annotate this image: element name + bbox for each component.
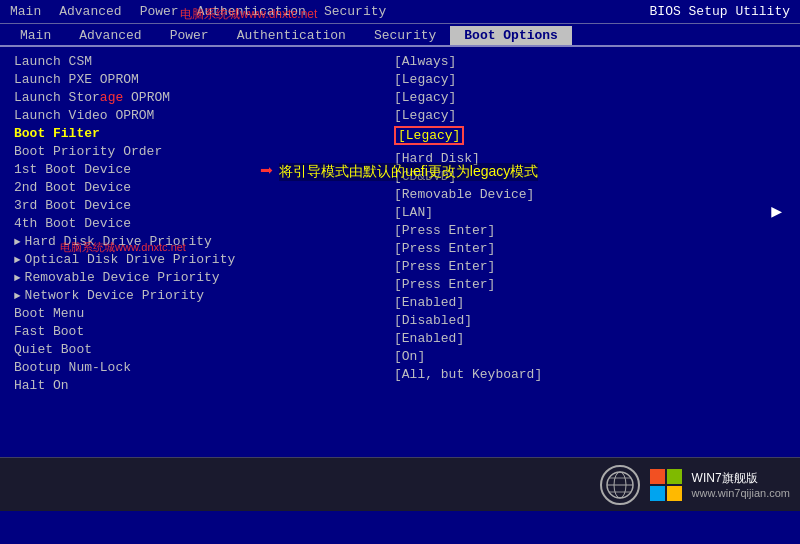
val-hdd-priority: [Press Enter]: [390, 222, 790, 239]
menu-security[interactable]: Security: [324, 4, 386, 19]
tab-bar: Main Advanced Power Authentication Secur…: [0, 24, 800, 47]
site-label: www.win7qijian.com: [692, 487, 790, 499]
val-launch-csm: [Always]: [390, 53, 790, 70]
val-4th-boot: [LAN]: [390, 204, 790, 221]
val-numlock: [On]: [390, 348, 790, 365]
val-network-priority: [Press Enter]: [390, 276, 790, 293]
entry-boot-menu[interactable]: Boot Menu: [10, 305, 380, 322]
tab-auth[interactable]: Authentication: [223, 26, 360, 45]
annotation-text: 将引导模式由默认的uefi更改为legacy模式: [279, 163, 538, 181]
menu-power[interactable]: Power: [140, 4, 179, 19]
tab-power[interactable]: Power: [156, 26, 223, 45]
svg-rect-5: [650, 469, 665, 484]
entry-launch-csm[interactable]: Launch CSM: [10, 53, 380, 70]
menu-bar: Main Advanced Power Authentication Secur…: [0, 0, 800, 24]
val-launch-storage: [Legacy]: [390, 89, 790, 106]
menu-advanced[interactable]: Advanced: [59, 4, 121, 19]
arrow-icon-removable: ►: [14, 272, 21, 284]
svg-rect-6: [667, 469, 682, 484]
arrow-icon-hdd: ►: [14, 236, 21, 248]
val-boot-menu: [Enabled]: [390, 294, 790, 311]
entry-launch-storage[interactable]: Launch Storage OPROM: [10, 89, 380, 106]
val-optical-priority: [Press Enter]: [390, 240, 790, 257]
tab-security[interactable]: Security: [360, 26, 450, 45]
entry-removable-priority[interactable]: ► Removable Device Priority: [10, 269, 380, 286]
tab-main[interactable]: Main: [6, 26, 65, 45]
val-removable-priority: [Press Enter]: [390, 258, 790, 275]
cursor-icon: ▶: [771, 200, 782, 222]
entry-fast-boot[interactable]: Fast Boot: [10, 323, 380, 340]
tab-advanced[interactable]: Advanced: [65, 26, 155, 45]
entry-launch-pxe[interactable]: Launch PXE OPROM: [10, 71, 380, 88]
val-3rd-boot: [Removable Device]: [390, 186, 790, 203]
val-boot-priority-order: [390, 147, 790, 149]
arrow-icon-optical: ►: [14, 254, 21, 266]
left-panel: Launch CSM Launch PXE OPROM Launch Stora…: [10, 53, 380, 505]
svg-rect-8: [667, 486, 682, 501]
right-panel: [Always] [Legacy] [Legacy] [Legacy] [Leg…: [390, 53, 790, 505]
entry-quiet-boot[interactable]: Quiet Boot: [10, 341, 380, 358]
bottom-bar: WIN7旗舰版 www.win7qijian.com: [0, 457, 800, 511]
bios-title: BIOS Setup Utility: [650, 4, 790, 19]
entry-4th-boot[interactable]: 4th Boot Device: [10, 215, 380, 232]
entry-launch-video[interactable]: Launch Video OPROM: [10, 107, 380, 124]
svg-rect-7: [650, 486, 665, 501]
bottom-logo: WIN7旗舰版 www.win7qijian.com: [600, 465, 790, 505]
val-quiet-boot: [Enabled]: [390, 330, 790, 347]
globe-svg: [604, 469, 636, 501]
val-boot-filter[interactable]: [Legacy]: [390, 125, 790, 146]
win7-label: WIN7旗舰版: [692, 470, 758, 487]
entry-network-priority[interactable]: ► Network Device Priority: [10, 287, 380, 304]
val-launch-pxe: [Legacy]: [390, 71, 790, 88]
entry-numlock[interactable]: Bootup Num-Lock: [10, 359, 380, 376]
annotation-container: ➡ 将引导模式由默认的uefi更改为legacy模式: [260, 158, 538, 185]
entry-3rd-boot[interactable]: 3rd Boot Device: [10, 197, 380, 214]
main-content: Launch CSM Launch PXE OPROM Launch Stora…: [0, 47, 800, 511]
watermark-top: 电脑系统城www.dnxtc.net: [180, 6, 317, 23]
menu-main[interactable]: Main: [10, 4, 41, 19]
globe-icon: [600, 465, 640, 505]
entry-halt-on[interactable]: Halt On: [10, 377, 380, 394]
val-fast-boot: [Disabled]: [390, 312, 790, 329]
arrow-icon-network: ►: [14, 290, 21, 302]
watermark-mid: 电脑系统城www.dnxtc.net: [60, 240, 186, 255]
val-halt-on: [All, but Keyboard]: [390, 366, 790, 383]
win7-info: WIN7旗舰版 www.win7qijian.com: [692, 470, 790, 499]
val-launch-video: [Legacy]: [390, 107, 790, 124]
annotation-arrow-icon: ➡: [260, 158, 273, 185]
tab-boot-options[interactable]: Boot Options: [450, 26, 572, 45]
legacy-value-box[interactable]: [Legacy]: [394, 126, 464, 145]
windows-flag-icon: [648, 467, 684, 503]
entry-boot-filter[interactable]: Boot Filter: [10, 125, 380, 142]
